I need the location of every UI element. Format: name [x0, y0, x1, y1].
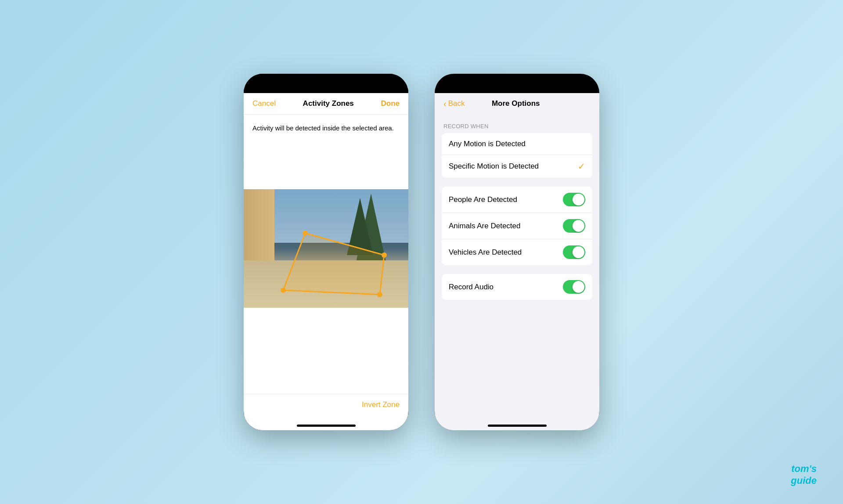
back-button[interactable]: ‹ Back [443, 99, 465, 108]
svg-marker-0 [283, 233, 384, 295]
specific-motion-label: Specific Motion is Detected [449, 162, 539, 171]
animals-detected-row[interactable]: Animals Are Detected [442, 213, 592, 239]
motion-options-group: Any Motion is Detected Specific Motion i… [442, 133, 592, 178]
any-motion-row[interactable]: Any Motion is Detected [442, 133, 592, 155]
right-status-bar [435, 74, 599, 93]
vehicles-detected-toggle[interactable] [563, 245, 585, 259]
left-status-bar [244, 74, 408, 93]
svg-point-2 [382, 252, 387, 258]
svg-point-3 [377, 292, 382, 297]
invert-zone-button[interactable]: Invert Zone [362, 400, 400, 409]
record-audio-toggle[interactable] [563, 280, 585, 294]
back-label: Back [448, 99, 465, 108]
back-chevron-icon: ‹ [443, 99, 447, 108]
svg-point-4 [281, 288, 286, 293]
record-audio-row[interactable]: Record Audio [442, 274, 592, 300]
animals-detected-label: Animals Are Detected [449, 222, 520, 230]
record-audio-label: Record Audio [449, 283, 494, 292]
home-bar-right [488, 425, 547, 427]
specific-motion-row[interactable]: Specific Motion is Detected ✓ [442, 155, 592, 178]
left-phone: Cancel Activity Zones Done Activity will… [244, 74, 408, 430]
toms-guide-watermark: tom's guide [791, 463, 817, 486]
bottom-area: Invert Zone [244, 308, 408, 430]
left-screen: Cancel Activity Zones Done Activity will… [244, 74, 408, 430]
people-detected-toggle[interactable] [563, 193, 585, 206]
vehicles-detected-label: Vehicles Are Detected [449, 248, 522, 257]
record-when-label: RECORD WHEN [435, 123, 599, 133]
home-indicator-right [435, 415, 599, 430]
svg-point-1 [303, 230, 308, 236]
home-indicator-left [244, 415, 408, 430]
invert-zone-row: Invert Zone [244, 394, 408, 415]
detection-types-group: People Are Detected Animals Are Detected… [442, 187, 592, 265]
animals-detected-toggle[interactable] [563, 219, 585, 233]
cancel-button[interactable]: Cancel [252, 99, 276, 108]
more-options-title: More Options [467, 99, 564, 108]
activity-zones-title: Activity Zones [303, 99, 354, 108]
right-phone: ‹ Back More Options RECORD WHEN Any Moti… [435, 74, 599, 430]
camera-image [244, 189, 408, 308]
left-nav-bar: Cancel Activity Zones Done [244, 93, 408, 115]
home-bar-left [297, 425, 356, 427]
people-detected-row[interactable]: People Are Detected [442, 187, 592, 213]
activity-zone-polygon[interactable] [279, 229, 393, 299]
description-area: Activity will be detected inside the sel… [244, 115, 408, 189]
right-nav-bar: ‹ Back More Options [435, 93, 599, 114]
settings-content: RECORD WHEN Any Motion is Detected Speci… [435, 114, 599, 415]
checkmark-icon: ✓ [578, 161, 585, 172]
done-button[interactable]: Done [381, 99, 400, 108]
audio-group: Record Audio [442, 274, 592, 300]
right-screen: ‹ Back More Options RECORD WHEN Any Moti… [435, 74, 599, 430]
camera-view[interactable] [244, 189, 408, 308]
any-motion-label: Any Motion is Detected [449, 140, 526, 148]
vehicles-detected-row[interactable]: Vehicles Are Detected [442, 239, 592, 265]
people-detected-label: People Are Detected [449, 195, 517, 204]
description-text: Activity will be detected inside the sel… [252, 123, 400, 133]
